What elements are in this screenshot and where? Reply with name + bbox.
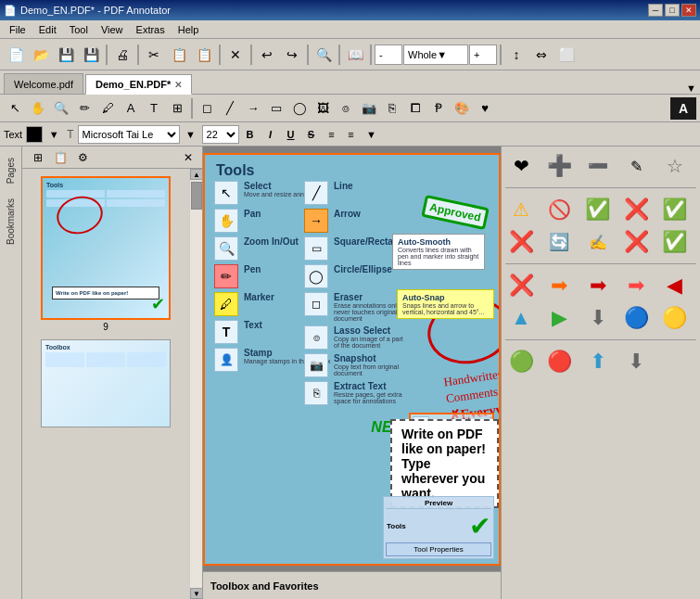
thumbnail-1[interactable]: Tools Write on PDF like o: [41, 176, 171, 320]
tab-close-icon[interactable]: ✕: [174, 80, 182, 90]
fullscreen-button[interactable]: ⬜: [554, 43, 579, 67]
icon-no[interactable]: 🚫: [543, 194, 575, 225]
icon-edit[interactable]: ✎: [620, 150, 652, 182]
zoom-plus-button[interactable]: +: [469, 45, 497, 65]
fit-width-button[interactable]: ↕: [504, 43, 528, 67]
menu-tool[interactable]: Tool: [64, 22, 94, 37]
search-button[interactable]: 🔍: [312, 43, 336, 67]
snapshot-btn[interactable]: 📷: [358, 97, 380, 120]
icon-arrow-up[interactable]: ▲: [505, 302, 537, 334]
align-left-btn[interactable]: ≡: [323, 125, 341, 144]
icon-x2-red[interactable]: ❌: [505, 226, 537, 258]
icon-circle-red[interactable]: 🔴: [543, 346, 575, 377]
cut-button[interactable]: ✂: [142, 43, 166, 67]
maximize-button[interactable]: □: [665, 4, 680, 17]
bold-btn[interactable]: B: [241, 125, 260, 144]
panel-btn-1[interactable]: ⊞: [28, 148, 48, 167]
font-color-btn[interactable]: ▼: [45, 125, 63, 144]
icon-check3[interactable]: ✅: [659, 226, 691, 258]
icon-rotate[interactable]: 🔄: [543, 226, 575, 258]
icon-heart[interactable]: ❤: [505, 150, 537, 182]
menu-view[interactable]: View: [95, 22, 129, 37]
size-combo[interactable]: 22: [202, 125, 239, 144]
icon-circle-blue[interactable]: 🔵: [620, 302, 652, 334]
menu-extras[interactable]: Extras: [131, 22, 171, 37]
text2-btn[interactable]: Ᵽ: [427, 97, 450, 120]
A-button[interactable]: A: [670, 97, 696, 120]
icon-arrow-up2[interactable]: ⬆: [582, 346, 614, 377]
more-btn[interactable]: ▼: [363, 125, 381, 144]
scroll-down-btn[interactable]: ▼: [190, 588, 202, 599]
tab-welcome[interactable]: Welcome.pdf: [4, 73, 83, 94]
color-btn[interactable]: 🎨: [451, 97, 473, 120]
scroll-up-btn[interactable]: ▲: [190, 169, 202, 180]
icon-check2-green[interactable]: ✅: [659, 194, 691, 225]
extract-btn[interactable]: ⎘: [381, 97, 403, 120]
font-dropdown-btn[interactable]: ▼: [182, 125, 200, 144]
crop-btn[interactable]: ⧠: [404, 97, 426, 120]
icon-x4-red[interactable]: ❌: [505, 270, 537, 301]
panel-close-btn[interactable]: ✕: [178, 148, 198, 167]
icon-arrow-right3[interactable]: ▶: [543, 302, 575, 334]
icon-arrow-left[interactable]: ◀: [659, 270, 691, 301]
minimize-button[interactable]: ─: [648, 4, 663, 17]
redo-button[interactable]: ↪: [280, 43, 304, 67]
pen-tool-btn[interactable]: ✏: [73, 97, 95, 120]
highlight-btn[interactable]: A: [120, 97, 142, 120]
icon-arrow-down[interactable]: ⬇: [582, 302, 614, 334]
ellipse-btn[interactable]: ◯: [288, 97, 311, 120]
heart-btn[interactable]: ♥: [474, 97, 496, 120]
icon-arrow-right-red[interactable]: ➡: [582, 270, 614, 301]
icon-star[interactable]: ☆: [659, 150, 691, 182]
font-combo[interactable]: Microsoft Tai Le: [78, 125, 180, 144]
lasso-btn[interactable]: ⌾: [335, 97, 357, 120]
new-button[interactable]: 📄: [4, 43, 28, 67]
copy-button[interactable]: 📋: [167, 43, 191, 67]
panel-btn-2[interactable]: 📋: [50, 148, 70, 167]
marker-tool-btn[interactable]: 🖊: [96, 97, 119, 120]
save-all-button[interactable]: 💾: [79, 43, 103, 67]
icon-pen2[interactable]: ✍: [582, 226, 614, 258]
select-tool-btn[interactable]: ↖: [4, 97, 26, 120]
delete-button[interactable]: ✕: [223, 43, 248, 67]
zoom-minus-button[interactable]: -: [375, 45, 402, 65]
icon-circle-yellow[interactable]: 🟡: [659, 302, 691, 334]
print-button[interactable]: 🖨: [110, 43, 134, 67]
arrow-btn[interactable]: →: [242, 97, 264, 120]
rect-btn[interactable]: ▭: [265, 97, 287, 120]
line-btn[interactable]: ╱: [219, 97, 241, 120]
sidebar-tab-bookmarks[interactable]: Bookmarks: [2, 191, 19, 252]
bookmark-button[interactable]: 📖: [343, 43, 367, 67]
sidebar-tab-pages[interactable]: Pages: [2, 150, 19, 191]
scroll-thumb[interactable]: [191, 182, 202, 210]
panel-scrollbar[interactable]: ▲ ▼: [189, 169, 202, 599]
eraser-btn[interactable]: ◻: [196, 97, 218, 120]
zoom-tool-btn[interactable]: 🔍: [50, 97, 72, 120]
icon-minus[interactable]: ➖: [582, 150, 614, 182]
paste-button[interactable]: 📋: [192, 43, 216, 67]
icon-arrow-right-orange[interactable]: ➡: [543, 270, 575, 301]
close-button[interactable]: ✕: [681, 4, 696, 17]
tool-props-btn[interactable]: Tool Properties: [386, 542, 491, 556]
icon-circle-green[interactable]: 🟢: [505, 346, 537, 377]
open-button[interactable]: 📂: [29, 43, 53, 67]
text-tool-btn[interactable]: T: [143, 97, 165, 120]
menu-file[interactable]: File: [4, 22, 32, 37]
tab-demo[interactable]: Demo_EN.PDF* ✕: [85, 74, 192, 95]
icon-warning[interactable]: ⚠: [505, 194, 537, 225]
underline-btn[interactable]: U: [282, 125, 300, 144]
text-color-swatch[interactable]: [26, 126, 43, 143]
menu-help[interactable]: Help: [172, 22, 205, 37]
icon-check-green[interactable]: ✅: [582, 194, 614, 225]
menu-edit[interactable]: Edit: [33, 22, 62, 37]
icon-arrow-down2[interactable]: ⬇: [620, 346, 652, 377]
strikethrough-btn[interactable]: S: [302, 125, 321, 144]
italic-btn[interactable]: I: [261, 125, 280, 144]
icon-add-green[interactable]: ➕: [543, 150, 575, 182]
thumbnail-2[interactable]: Toolbox: [41, 339, 171, 427]
icon-x-red[interactable]: ❌: [620, 194, 652, 225]
tab-dropdown[interactable]: ▼: [686, 83, 696, 94]
panel-btn-3[interactable]: ⚙: [72, 148, 93, 167]
undo-button[interactable]: ↩: [255, 43, 279, 67]
hand-tool-btn[interactable]: ✋: [27, 97, 49, 120]
